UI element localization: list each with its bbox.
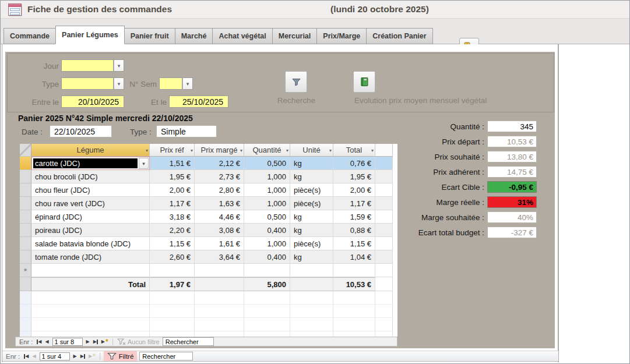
- last-record-button[interactable]: ▶: [80, 354, 85, 359]
- cell-total[interactable]: 1,17 €: [333, 197, 375, 210]
- tab-panier-l-gumes[interactable]: Panier Légumes: [55, 26, 125, 44]
- row-selector[interactable]: [20, 170, 31, 183]
- row-selector[interactable]: [20, 197, 31, 210]
- tab-commande[interactable]: Commande: [3, 28, 56, 44]
- sort-filter-arrow-icon[interactable]: ▾: [146, 147, 148, 153]
- row-selector[interactable]: [20, 224, 31, 237]
- cell-legume[interactable]: salade batavia blonde (JDC): [31, 237, 150, 250]
- cell-legume[interactable]: tomate ronde (JDC): [31, 250, 150, 264]
- cell-total[interactable]: 1,59 €: [333, 210, 375, 224]
- cell-unite[interactable]: kg: [290, 224, 333, 237]
- cell-prix_marge[interactable]: 4,46 €: [195, 210, 244, 224]
- cell-prix_marge[interactable]: 2,12 €: [195, 157, 244, 170]
- cell-legume[interactable]: épinard (JDC): [31, 210, 150, 224]
- cell-unite[interactable]: pièce(s): [290, 183, 333, 197]
- summary-value-ecart-cible[interactable]: -0,95 €: [487, 181, 537, 193]
- sort-filter-arrow-icon[interactable]: ▾: [371, 147, 374, 153]
- row-selector[interactable]: [20, 183, 31, 197]
- cell-prix_marge[interactable]: 3,64 €: [195, 250, 244, 264]
- next-record-button[interactable]: ▶: [86, 339, 90, 344]
- first-record-button[interactable]: ◀: [37, 339, 41, 344]
- cell-unite[interactable]: pièce(s): [290, 237, 333, 250]
- record-position[interactable]: 1 sur 4: [40, 352, 70, 361]
- row-selector[interactable]: [20, 250, 31, 264]
- cell-total[interactable]: [333, 264, 375, 277]
- column-header-prix_ref[interactable]: Prix réf▾: [150, 144, 195, 157]
- tab-mercurial[interactable]: Mercurial: [272, 28, 318, 44]
- cell-prix_ref[interactable]: 1,95 €: [150, 170, 195, 183]
- cell-total[interactable]: 1,15 €: [333, 237, 375, 250]
- column-header-total[interactable]: Total▾: [333, 144, 375, 157]
- cell-legume[interactable]: chou fleur (JDC): [31, 183, 150, 197]
- legume-combobox[interactable]: carotte (JDC)▾: [31, 157, 150, 170]
- cell-prix_ref[interactable]: 2,60 €: [150, 250, 195, 264]
- cell-quantite[interactable]: 0,400: [244, 250, 290, 264]
- cell-legume[interactable]: chou brocoli (JDC): [31, 170, 150, 183]
- cell-prix_marge[interactable]: 1,61 €: [195, 237, 244, 250]
- cell-quantite[interactable]: 0,500: [244, 210, 290, 224]
- et-le-input[interactable]: [169, 96, 228, 108]
- next-record-button[interactable]: ▶: [73, 354, 77, 359]
- new-record-button[interactable]: ▶*: [101, 339, 108, 344]
- sort-filter-arrow-icon[interactable]: ▾: [240, 147, 242, 153]
- cell-prix_marge[interactable]: [195, 264, 244, 277]
- cell-quantite[interactable]: 1,000: [244, 197, 290, 210]
- cell-prix_marge[interactable]: 2,73 €: [195, 170, 244, 183]
- cell-total[interactable]: 2,00 €: [333, 183, 375, 197]
- cell-quantite[interactable]: 1,000: [244, 170, 290, 183]
- summary-value-prix-adh-rent[interactable]: 14,75 €: [487, 166, 537, 178]
- row-selector[interactable]: [20, 157, 31, 170]
- cell-unite[interactable]: kg: [290, 210, 333, 224]
- type-input[interactable]: [156, 125, 217, 137]
- cell-legume[interactable]: [31, 264, 150, 277]
- cell-total[interactable]: 1,95 €: [333, 170, 375, 183]
- chevron-down-icon[interactable]: ▾: [114, 59, 124, 72]
- entre-le-input[interactable]: [61, 96, 124, 108]
- date-input[interactable]: [50, 125, 112, 137]
- cell-unite[interactable]: kg: [290, 250, 333, 264]
- cell-unite[interactable]: kg: [290, 170, 333, 183]
- cell-total[interactable]: 1,04 €: [333, 250, 375, 264]
- sort-filter-arrow-icon[interactable]: ▾: [286, 147, 288, 153]
- new-record-button[interactable]: ▶*: [89, 354, 96, 359]
- filtered-indicator[interactable]: Filtré: [104, 351, 138, 361]
- cell-quantite[interactable]: 1,000: [244, 237, 290, 250]
- summary-value-marge-souhait-e[interactable]: 40%: [487, 211, 537, 223]
- no-filter-indicator[interactable]: Aucun filtre: [117, 338, 160, 345]
- tab-march-[interactable]: Marché: [175, 28, 213, 44]
- select-all-corner[interactable]: [20, 144, 31, 157]
- first-record-button[interactable]: ◀: [24, 354, 29, 359]
- cell-legume[interactable]: poireau (JDC): [31, 224, 150, 237]
- record-position[interactable]: 1 sur 8: [52, 338, 83, 346]
- tab-prix-marge[interactable]: Prix/Marge: [316, 28, 367, 44]
- sort-filter-arrow-icon[interactable]: ▾: [329, 147, 332, 153]
- cell-quantite[interactable]: 0,500: [244, 157, 290, 170]
- tab-cr-ation-panier[interactable]: Création Panier: [366, 28, 432, 44]
- cell-prix_marge[interactable]: 2,80 €: [195, 183, 244, 197]
- sort-filter-arrow-icon[interactable]: ▾: [191, 147, 193, 153]
- previous-record-button[interactable]: ◀: [32, 354, 36, 359]
- cell-unite[interactable]: pièce(s): [290, 197, 333, 210]
- column-header-quantite[interactable]: Quantité▾: [244, 144, 290, 157]
- chevron-down-icon[interactable]: ▾: [139, 158, 149, 169]
- chevron-down-icon[interactable]: ▾: [182, 77, 193, 90]
- cell-legume[interactable]: chou rave vert (JDC): [31, 197, 150, 210]
- cell-prix_ref[interactable]: 3,18 €: [150, 210, 195, 224]
- tab-panier-fruit[interactable]: Panier fruit: [124, 28, 175, 44]
- column-header-unite[interactable]: Unité▾: [290, 144, 333, 157]
- summary-value-ecart-total-budget[interactable]: -327 €: [487, 227, 537, 238]
- cell-prix_marge[interactable]: 3,08 €: [195, 224, 244, 237]
- column-header-prix_marge[interactable]: Prix margé▾: [195, 144, 244, 157]
- previous-record-button[interactable]: ◀: [45, 339, 48, 344]
- cell-prix_marge[interactable]: 1,63 €: [195, 197, 244, 210]
- jour-combobox[interactable]: ▾: [61, 59, 124, 72]
- cell-quantite[interactable]: 1,000: [244, 183, 290, 197]
- cell-prix_ref[interactable]: 1,15 €: [150, 237, 195, 250]
- new-record-selector[interactable]: *: [20, 264, 31, 277]
- row-selector[interactable]: [20, 210, 31, 224]
- subform-search-input[interactable]: Rechercher: [163, 337, 214, 346]
- cell-prix_ref[interactable]: 1,17 €: [150, 197, 195, 210]
- evolution-button[interactable]: [353, 71, 375, 93]
- tab-achat-v-g-tal[interactable]: Achat végétal: [212, 28, 272, 44]
- summary-value-prix-souhait[interactable]: 13,80 €: [487, 151, 537, 162]
